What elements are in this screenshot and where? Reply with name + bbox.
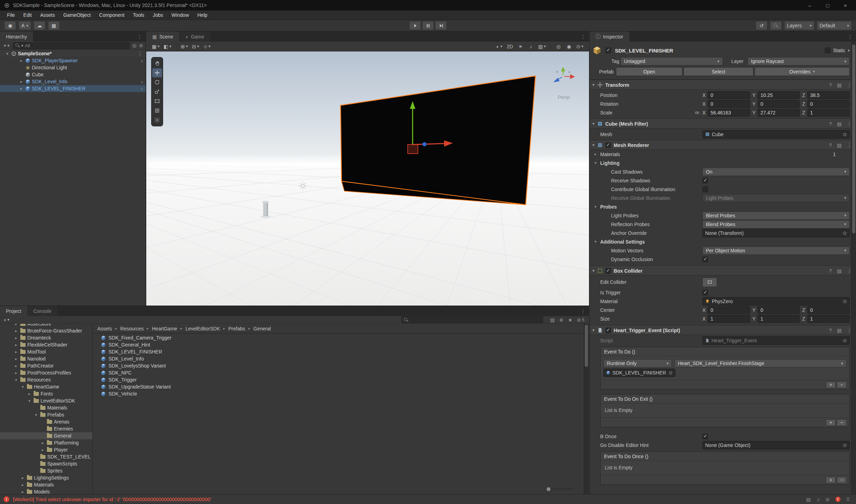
size-y-field[interactable]: 1 — [758, 315, 800, 323]
anchor-override-field[interactable]: None (Transform)⊙ — [702, 229, 850, 237]
presets-icon[interactable]: ▤ — [837, 268, 842, 274]
folder-row[interactable]: ▸FlexibleCelShader — [0, 341, 92, 348]
asset-row[interactable]: SDK_NPC — [93, 369, 584, 376]
panel-menu-icon[interactable]: ⋮ — [581, 308, 585, 314]
menu-edit[interactable]: Edit — [19, 12, 36, 18]
scene-lighting-toggle[interactable]: ☀ — [515, 43, 526, 50]
project-search-input[interactable] — [401, 316, 543, 323]
panel-menu-icon[interactable]: ⋮ — [137, 34, 142, 40]
remove-event-button[interactable]: − — [837, 477, 847, 483]
snap-increment-dropdown[interactable]: ⊹▾ — [201, 43, 212, 50]
probes-foldout[interactable]: ▾ Probes — [590, 202, 856, 211]
services-button[interactable]: ▦ — [48, 21, 60, 30]
contribute-gi-checkbox[interactable] — [702, 187, 708, 192]
box-collider-header[interactable]: ▾ Box Collider ?▤⋮ — [590, 266, 856, 275]
add-event-button[interactable]: + — [826, 477, 836, 483]
foldout-icon[interactable]: ▾ — [592, 121, 595, 126]
light-probes-dropdown[interactable]: Blend Probes▾ — [702, 211, 850, 220]
favorites-icon[interactable]: ★ — [568, 317, 573, 323]
layers-dropdown[interactable]: Layers▾ — [784, 21, 814, 30]
folder-row[interactable]: Materials — [0, 404, 92, 411]
center-z-field[interactable]: 0 — [807, 306, 850, 314]
draw-mode-dropdown[interactable]: ◐▾ — [494, 43, 505, 50]
static-dropdown-icon[interactable]: ▾ — [848, 48, 850, 53]
add-event-button[interactable]: + — [826, 382, 836, 388]
rotation-y-field[interactable]: 0 — [758, 100, 800, 108]
scale-y-field[interactable]: 27.472 — [758, 109, 800, 117]
folder-row[interactable]: ▸LightingSettings — [0, 474, 92, 481]
account-button[interactable]: A▾ — [19, 21, 31, 30]
foldout-icon[interactable]: ▾ — [595, 239, 600, 244]
tile-palette-dropdown[interactable]: ◧▾ — [162, 43, 174, 50]
transform-tool-button[interactable] — [152, 106, 162, 115]
script-object-field[interactable]: Heart_Trigger_Event⊙ — [702, 336, 850, 345]
asset-row[interactable]: SDK_General_Hint — [93, 341, 584, 348]
center-x-field[interactable]: 0 — [708, 306, 750, 314]
folder-row[interactable]: Arenas — [0, 418, 92, 425]
size-x-field[interactable]: 1 — [708, 315, 750, 323]
size-z-field[interactable]: 1 — [807, 315, 850, 323]
search-by-type-icon[interactable]: ▤ — [550, 317, 555, 323]
foldout-icon[interactable]: ▾ — [595, 161, 600, 165]
gizmos-dropdown[interactable]: ⊙▾ — [574, 43, 585, 50]
folder-row[interactable]: ▸PathCreator — [0, 362, 92, 369]
expand-arrow-icon[interactable]: ▸ — [19, 79, 24, 84]
scale-link-icon[interactable] — [695, 110, 700, 115]
camera-settings-button[interactable]: ◉ — [564, 43, 574, 50]
folder-row[interactable]: ▾LevelEditorSDK — [0, 397, 92, 404]
object-picker-icon[interactable]: ⊙ — [843, 442, 847, 448]
folder-row-selected[interactable]: General — [0, 432, 92, 439]
help-icon[interactable]: ? — [829, 142, 832, 148]
materials-foldout[interactable]: ▸ Materials 1 — [590, 150, 856, 159]
breadcrumb-item[interactable]: Prefabs — [228, 326, 245, 331]
motion-vectors-dropdown[interactable]: Per Object Motion▾ — [702, 246, 850, 255]
folder-row[interactable]: SDK_TEST_LEVEL — [0, 453, 92, 460]
tab-scene[interactable]: ▦Scene — [146, 31, 179, 42]
expand-arrow-icon[interactable]: ▾ — [5, 51, 10, 56]
mesh-renderer-header[interactable]: ▾ Mesh Renderer ?▤⋮ — [590, 140, 856, 150]
folder-row[interactable]: ▾Prefabs — [0, 411, 92, 418]
folder-row[interactable]: ▸ModTool — [0, 348, 92, 355]
event-target-field[interactable]: SDK_LEVEL_FINISHER⊙ — [603, 369, 675, 377]
foldout-icon[interactable]: ▾ — [592, 328, 595, 332]
inspector-scrollbar[interactable] — [851, 42, 856, 494]
asset-row[interactable]: SDK_Fixed_Camera_Trigger — [93, 334, 584, 341]
menu-file[interactable]: File — [3, 12, 19, 18]
folder-row[interactable]: ▸PostProcessProfiles — [0, 369, 92, 376]
materials-count[interactable]: 1 — [833, 152, 836, 157]
error-badge[interactable]: ! — [835, 497, 841, 502]
error-icon[interactable]: ! — [3, 496, 9, 502]
hierarchy-item[interactable]: Directional Light — [0, 64, 146, 71]
step-button[interactable] — [435, 21, 447, 30]
help-icon[interactable]: ? — [829, 268, 832, 274]
mesh-filter-header[interactable]: ▾ Cube (Mesh Filter) ?▤⋮ — [590, 119, 856, 128]
status-layout-icon[interactable]: ▤ — [806, 497, 811, 502]
object-picker-icon[interactable]: ⊙ — [843, 299, 847, 304]
additional-settings-foldout[interactable]: ▾ Additional Settings — [590, 237, 856, 246]
object-picker-icon[interactable]: ⊙ — [668, 370, 673, 376]
panel-menu-icon[interactable]: ⋮ — [848, 34, 853, 40]
effects-dropdown[interactable]: ▨▾ — [536, 43, 548, 50]
breadcrumb-item[interactable]: LevelEditorSDK — [185, 326, 220, 331]
add-event-button[interactable]: + — [826, 419, 836, 426]
event-function-dropdown[interactable]: Heart_SDK_Level_Finisher.FinishStage▾ — [674, 359, 847, 368]
folder-row[interactable]: ▸Models — [0, 488, 92, 494]
hierarchy-search-input[interactable]: ▾All — [13, 42, 130, 49]
folder-row[interactable]: ▸Materials — [0, 481, 92, 488]
icon-size-slider[interactable] — [546, 486, 574, 491]
asset-row[interactable]: SDK_LEVEL_FINISHER — [93, 348, 584, 355]
lighting-foldout[interactable]: ▾ Lighting — [590, 159, 856, 167]
persp-label[interactable]: Persp — [558, 94, 570, 100]
position-z-field[interactable]: 38.5 — [807, 91, 850, 99]
foldout-icon[interactable]: ▸ — [595, 152, 600, 156]
hierarchy-item[interactable]: ▸ SDK_Level_Info › — [0, 78, 146, 85]
grid-visibility-dropdown[interactable]: ⊞▾ — [179, 43, 190, 50]
prefab-open-chevron[interactable]: › — [141, 58, 143, 64]
edit-collider-button[interactable] — [702, 278, 717, 287]
menu-help[interactable]: Help — [193, 12, 212, 18]
global-search-button[interactable] — [770, 21, 782, 30]
mesh-object-field[interactable]: Cube⊙ — [702, 130, 850, 139]
presets-icon[interactable]: ▤ — [837, 328, 842, 333]
scale-x-field[interactable]: 56.46163 — [708, 109, 750, 117]
asset-row[interactable]: SDK_UpgradeStatue Variant — [93, 383, 584, 390]
